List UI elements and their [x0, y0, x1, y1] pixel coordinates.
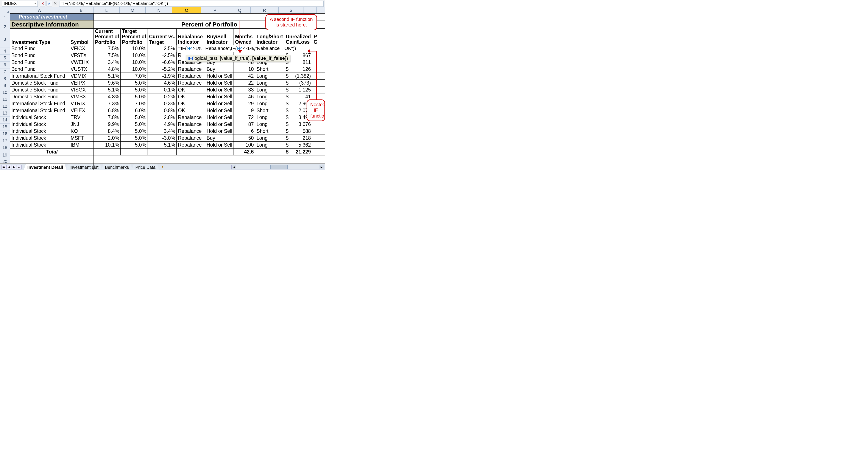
cell[interactable]: VISGX — [69, 86, 93, 93]
sheet-tab[interactable]: Investment List — [66, 164, 102, 170]
cell[interactable]: 7.8% — [93, 114, 120, 121]
col-header-L[interactable]: L — [93, 7, 120, 13]
tab-last-button[interactable]: ⏭ — [17, 165, 22, 169]
cell[interactable]: 100 — [234, 141, 255, 148]
scroll-right-button[interactable]: ▶ — [319, 165, 324, 169]
cell[interactable]: Rebalance — [177, 128, 205, 134]
cell[interactable]: 5.1% — [93, 86, 120, 93]
cell[interactable]: 29 — [234, 100, 255, 107]
tab-next-button[interactable]: ▶ — [12, 165, 17, 169]
cell[interactable]: Hold or Sell — [205, 107, 234, 114]
cell[interactable]: Buy — [205, 66, 234, 72]
cell[interactable]: $126 — [284, 66, 312, 72]
cell[interactable]: 7.5% — [93, 52, 120, 59]
cell[interactable]: VFSTX — [69, 52, 93, 59]
cell[interactable]: 5.0% — [121, 141, 148, 148]
cell[interactable]: Hold or Sell — [205, 128, 234, 134]
cell[interactable]: Short — [255, 66, 284, 72]
cell[interactable]: OK — [177, 93, 205, 100]
cell[interactable]: $3,676 — [284, 121, 312, 128]
cell[interactable]: Short — [255, 128, 284, 134]
cell[interactable]: Hold or Sell — [205, 86, 234, 93]
cell[interactable]: Individual Stock — [10, 134, 69, 141]
cell[interactable]: $(373) — [284, 79, 312, 86]
cell[interactable]: 5.0% — [121, 86, 148, 93]
cell[interactable]: IBM — [69, 141, 93, 148]
cell[interactable]: 7.0% — [121, 72, 148, 79]
col-header-R[interactable]: R — [251, 7, 279, 13]
table-row[interactable]: Bond FundVUSTX4.8%10.0%-5.2%RebalanceBuy… — [10, 66, 325, 72]
cell[interactable]: 9.6% — [93, 79, 120, 86]
cell[interactable]: Hold or Sell — [205, 72, 234, 79]
cell[interactable] — [312, 93, 325, 100]
cell[interactable]: Long — [255, 141, 284, 148]
cell[interactable]: 22 — [234, 79, 255, 86]
row-header-4[interactable]: 4 — [0, 48, 10, 55]
cell[interactable]: 5.1% — [93, 72, 120, 79]
cell[interactable] — [312, 86, 325, 93]
cell[interactable]: 5.0% — [121, 79, 148, 86]
cell[interactable]: Hold or Sell — [205, 93, 234, 100]
col-header-O[interactable]: O — [172, 7, 201, 13]
horizontal-scrollbar[interactable]: ◀ ▶ — [231, 165, 324, 169]
row-header-12[interactable]: 12 — [0, 103, 10, 110]
sheet-tab[interactable]: Investment Detail — [24, 164, 67, 170]
cell[interactable]: 10.0% — [121, 52, 148, 59]
cell[interactable]: Rebalance — [177, 121, 205, 128]
cell[interactable]: 5.0% — [121, 121, 148, 128]
cell[interactable]: 4.8% — [93, 66, 120, 72]
cell[interactable]: 4.6% — [148, 79, 177, 86]
row-header-19[interactable]: 19 — [0, 151, 10, 159]
cell[interactable]: 5.0% — [121, 134, 148, 141]
cell[interactable]: 46 — [234, 93, 255, 100]
cell[interactable]: Bond Fund — [10, 66, 69, 72]
cell[interactable]: 5.1% — [148, 141, 177, 148]
cell[interactable]: KO — [69, 128, 93, 134]
tooltip-fn[interactable]: IF( — [188, 56, 193, 61]
new-sheet-button[interactable]: ✦ — [160, 165, 165, 169]
cell[interactable]: 10 — [234, 66, 255, 72]
row-header-18[interactable]: 18 — [0, 144, 10, 151]
cell[interactable]: International Stock Fund — [10, 107, 69, 114]
cell[interactable]: Long — [255, 79, 284, 86]
cell[interactable] — [312, 72, 325, 79]
cell[interactable]: 8.4% — [93, 128, 120, 134]
cell[interactable] — [312, 66, 325, 72]
cell[interactable]: 9.9% — [93, 121, 120, 128]
table-row[interactable]: Domestic Stock FundVISGX5.1%5.0%0.1%OKHo… — [10, 86, 325, 93]
cell[interactable]: 7.3% — [93, 100, 120, 107]
row-header-1[interactable]: 1 — [0, 13, 10, 23]
cell[interactable] — [312, 79, 325, 86]
cell[interactable]: Hold or Sell — [205, 100, 234, 107]
data-grid[interactable]: Personal Investment Descriptive Informat… — [10, 13, 325, 162]
cell[interactable]: Hold or Sell — [205, 141, 234, 148]
row-header-10[interactable]: 10 — [0, 89, 10, 96]
cell[interactable]: 10.0% — [121, 59, 148, 66]
cell[interactable] — [312, 134, 325, 141]
scroll-left-button[interactable]: ◀ — [231, 165, 236, 169]
cell[interactable]: Bond Fund — [10, 52, 69, 59]
cell[interactable]: Bond Fund — [10, 45, 69, 52]
cell[interactable]: Domestic Stock Fund — [10, 79, 69, 86]
row-header-15[interactable]: 15 — [0, 124, 10, 130]
cell[interactable]: VEIPX — [69, 79, 93, 86]
cell[interactable]: Rebalance — [177, 141, 205, 148]
cell[interactable]: Long — [255, 72, 284, 79]
cell[interactable]: VTRIX — [69, 100, 93, 107]
cell[interactable]: Short — [255, 107, 284, 114]
cell[interactable]: Rebalance — [177, 66, 205, 72]
cell[interactable]: $5,362 — [284, 141, 312, 148]
cancel-button[interactable]: ✕ — [40, 1, 45, 6]
cell[interactable]: 42 — [234, 72, 255, 79]
cell[interactable]: VDMIX — [69, 72, 93, 79]
cell[interactable]: Rebalance — [177, 79, 205, 86]
row-header-5[interactable]: 5 — [0, 55, 10, 62]
cell[interactable]: Rebalance — [177, 134, 205, 141]
col-header-P[interactable]: P — [201, 7, 229, 13]
table-row[interactable]: International Stock FundVDMIX5.1%7.0%-1.… — [10, 72, 325, 79]
row-header-7[interactable]: 7 — [0, 68, 10, 75]
sheet-tab[interactable]: Price Data — [132, 164, 159, 170]
cell[interactable]: Individual Stock — [10, 114, 69, 121]
cell[interactable]: $41 — [284, 93, 312, 100]
row-header-2[interactable]: 2 — [0, 23, 10, 31]
